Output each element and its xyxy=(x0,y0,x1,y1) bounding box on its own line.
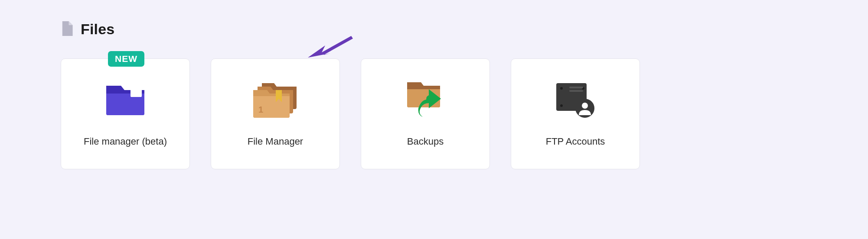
svg-point-3 xyxy=(560,87,563,90)
card-label: Backups xyxy=(407,136,444,147)
ftp-accounts-icon xyxy=(554,81,597,119)
svg-rect-7 xyxy=(569,87,583,88)
card-file-manager[interactable]: 1 File Manager xyxy=(211,58,340,169)
svg-rect-8 xyxy=(569,90,583,92)
file-icon xyxy=(61,21,73,38)
card-backups[interactable]: Backups xyxy=(361,58,490,169)
svg-text:1: 1 xyxy=(258,105,263,114)
card-label: File Manager xyxy=(248,136,303,147)
svg-point-10 xyxy=(582,103,588,109)
svg-rect-0 xyxy=(131,89,142,97)
card-label: FTP Accounts xyxy=(546,136,605,147)
section-title: Files xyxy=(81,21,114,38)
svg-point-5 xyxy=(560,104,563,107)
files-section: Files NEW File manager (beta) xyxy=(0,0,868,190)
section-header: Files xyxy=(61,21,807,38)
folders-stack-icon: 1 xyxy=(251,81,299,119)
card-file-manager-beta[interactable]: NEW File manager (beta) xyxy=(61,58,190,169)
backups-icon xyxy=(404,81,447,119)
cards-row: NEW File manager (beta) xyxy=(61,58,807,169)
card-ftp-accounts[interactable]: FTP Accounts xyxy=(511,58,640,169)
card-label: File manager (beta) xyxy=(84,136,167,147)
new-badge: NEW xyxy=(108,51,144,67)
folder-purple-icon xyxy=(104,81,146,119)
